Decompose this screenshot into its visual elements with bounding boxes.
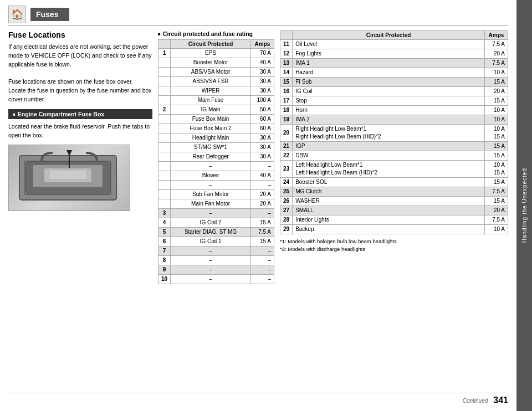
row-circuit: DBW — [293, 151, 485, 161]
row-circuit: WIPER — [171, 86, 251, 96]
row-circuit: Oil Level — [293, 40, 485, 49]
row-amps: 10 A15 A — [485, 161, 508, 178]
row-circuit: IMA 1 — [293, 59, 485, 68]
row-number: 5 — [158, 228, 171, 237]
section-title: Fuse Locations — [8, 30, 152, 39]
row-number — [158, 162, 171, 171]
table-row: 29Backup10 A — [280, 225, 508, 234]
row-number: 4 — [158, 218, 171, 228]
row-circuit: – — [171, 275, 251, 284]
row-number — [158, 58, 171, 68]
row-amps: 15 A — [485, 78, 508, 87]
row-number: 8 — [158, 256, 171, 265]
right-sidebar: Handling the Unexpected — [516, 0, 532, 411]
row-circuit: EPS — [171, 49, 251, 58]
row-circuit: Blower — [171, 171, 251, 181]
row-number: 18 — [280, 106, 293, 115]
row-number: 16 — [280, 87, 293, 96]
row-amps: 50 A — [251, 105, 274, 115]
row-amps: 10 A — [485, 106, 508, 115]
row-amps: 10 A — [485, 225, 508, 234]
row-circuit: – — [171, 265, 251, 275]
row-amps: – — [251, 181, 274, 190]
table-row: 16IG Coil20 A — [280, 87, 508, 96]
row-number: 15 — [280, 78, 293, 87]
left-column: Fuse Locations If any electrical devices… — [8, 30, 152, 391]
row-amps: 30 A — [251, 133, 274, 143]
row-circuit: Backup — [293, 225, 485, 234]
row-circuit: IMA 2 — [293, 115, 485, 125]
table-row: 13IMA 17.5 A — [280, 59, 508, 68]
row-circuit: Main Fan Motor — [171, 199, 251, 209]
right-col-num-header — [280, 31, 293, 40]
row-amps: – — [251, 275, 274, 284]
row-circuit: Fuse Box Main — [171, 115, 251, 124]
table-row: Fuse Box Main 260 A — [158, 124, 274, 133]
col-circuit-header: Circuit Protected — [171, 40, 251, 49]
table-row: 18Horn10 A — [280, 106, 508, 115]
right-col-circuit-header: Circuit Protected — [293, 31, 485, 40]
row-number — [158, 115, 171, 124]
row-amps: 40 A — [251, 58, 274, 68]
row-number: 29 — [280, 225, 293, 234]
table-row: Main Fuse100 A — [158, 96, 274, 105]
row-number — [158, 133, 171, 143]
table-row: Booster Motor40 A — [158, 58, 274, 68]
table-row: 22DBW15 A — [280, 151, 508, 161]
row-amps: 15 A — [485, 142, 508, 151]
row-amps: – — [251, 246, 274, 256]
row-circuit: Headlight Main — [171, 133, 251, 143]
row-number: 22 — [280, 151, 293, 161]
row-circuit: ABS/VSA Motor — [171, 68, 251, 77]
row-amps: 30 A — [251, 152, 274, 162]
row-amps: 70 A — [251, 49, 274, 58]
row-amps: 20 A — [485, 87, 508, 96]
row-number: 11 — [280, 40, 293, 49]
engine-illustration — [9, 145, 130, 210]
row-number: 3 — [158, 209, 171, 218]
row-circuit: Horn — [293, 106, 485, 115]
row-amps: 15 A — [485, 178, 508, 187]
row-amps: 7.5 A — [251, 228, 274, 237]
row-number — [158, 181, 171, 190]
table-row: ABS/VSA Motor30 A — [158, 68, 274, 77]
fuse-image — [8, 145, 130, 211]
row-circuit: Left Headlight Low Beam*1Left Headlight … — [293, 161, 485, 178]
table-row: Sub Fan Motor20 A — [158, 190, 274, 199]
row-number — [158, 190, 171, 199]
table-row: 28Interior Lights7.5 A — [280, 215, 508, 225]
page-container: 🏠 Fuses Fuse Locations If any electrical… — [0, 0, 532, 411]
right-col-amps-header: Amps — [485, 31, 508, 40]
svg-point-8 — [108, 161, 111, 164]
engine-box-desc: Located near the brake fluid reservoir. … — [8, 122, 152, 140]
right-column: Circuit Protected Amps 11Oil Level7.5 A1… — [280, 30, 508, 391]
table-row: 6IG Coil 115 A — [158, 237, 274, 246]
row-amps: 20 A — [485, 49, 508, 59]
row-number: 12 — [280, 49, 293, 59]
row-number — [158, 199, 171, 209]
row-circuit: – — [171, 162, 251, 171]
row-number: 10 — [158, 275, 171, 284]
row-circuit: ST/MG SW*1 — [171, 143, 251, 152]
home-icon: 🏠 — [8, 6, 26, 23]
table-row: –– — [158, 181, 274, 190]
row-number — [158, 96, 171, 105]
row-circuit: Fog Lights — [293, 49, 485, 59]
row-circuit: Interior Lights — [293, 215, 485, 225]
table-row: 10–– — [158, 275, 274, 284]
table-row: 21IGP15 A — [280, 142, 508, 151]
row-number — [158, 86, 171, 96]
table-row: 20Right Headlight Low Beam*1Right Headli… — [280, 125, 508, 142]
row-amps: 10 A — [485, 115, 508, 125]
row-circuit: IG Coil 2 — [171, 218, 251, 228]
row-number: 25 — [280, 187, 293, 197]
row-amps: – — [251, 209, 274, 218]
row-amps: 15 A — [251, 237, 274, 246]
table-row: 11Oil Level7.5 A — [280, 40, 508, 49]
row-amps: 15 A — [485, 197, 508, 206]
row-amps: 15 A — [485, 96, 508, 106]
table-row: 5Starter DIAG, ST MG7.5 A — [158, 228, 274, 237]
table-row: Main Fan Motor20 A — [158, 199, 274, 209]
row-circuit: Booster Motor — [171, 58, 251, 68]
row-number: 7 — [158, 246, 171, 256]
